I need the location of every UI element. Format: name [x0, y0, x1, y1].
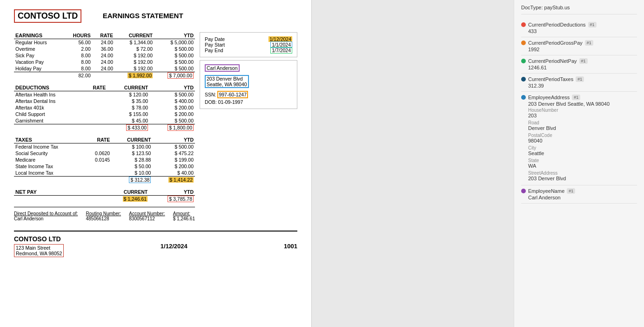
earnings-hours-header: HOURS	[63, 32, 92, 39]
right-sidebar: DocType: payStub.us CurrentPeriodDeducti…	[514, 0, 644, 327]
pay-end-row: Pay End 1/7/2024	[205, 48, 292, 53]
deductions-section-header: DEDUCTIONS	[14, 84, 82, 91]
deductions-ytd-total: $ 1,800.00	[168, 124, 194, 131]
employee-name-field-name: EmployeeName	[528, 188, 564, 194]
table-row: Vacation Pay 8.00 24.00 $ 192.00 $ 500.0…	[14, 59, 195, 65]
routing-label: Routing Number:	[86, 211, 121, 216]
net-pay-ytd-header: YTD	[149, 189, 195, 196]
footer-company-name: CONTOSO LTD	[14, 235, 64, 243]
taxes-ytd-header: YTD	[152, 136, 195, 143]
net-pay-row: $ 1,246.61 $ 3,785.78	[14, 196, 195, 203]
account-label: Account Number:	[129, 211, 165, 216]
table-row: Social Security 0.0620 $ 123.50 $ 475.22	[14, 150, 195, 157]
table-row: Federal Income Tax $ 100.00 $ 500.00	[14, 143, 195, 150]
field-current-period-taxes: CurrentPeriodTaxes #1 312.39	[521, 74, 637, 92]
taxes-table: TAXES RATE CURRENT YTD Federal Income Ta…	[14, 136, 195, 183]
employee-name-badge: #1	[567, 188, 575, 194]
sub-field-postal-code: PostalCode 98040	[528, 132, 637, 144]
taxes-current-total: $ 312.38	[129, 177, 151, 183]
earnings-ytd-total: $ 7,000.00	[168, 72, 194, 79]
document-panel: CONTOSO LTD EARNINGS STATEMENT EARNINGS …	[0, 0, 312, 327]
address-field-name: EmployeeAddress	[528, 95, 570, 100]
field-current-period-gross-pay: CurrentPeriodGrossPay #1 1992	[521, 37, 637, 55]
field-employee-address: EmployeeAddress #1 203 Denver Blvd Seatt…	[521, 92, 637, 185]
ssn-value: 997-60-1247	[217, 91, 248, 98]
employee-name-dot	[521, 189, 526, 193]
taxes-dot	[521, 77, 526, 82]
pay-end-value: 1/7/2024	[270, 47, 292, 54]
earnings-total-row: 82.00 $ 1,992.00 $ 7,000.00	[14, 72, 195, 79]
address-badge: #1	[572, 95, 580, 100]
footer-address: 123 Main StreetRedmond, WA 98052	[14, 244, 64, 257]
footer-section: CONTOSO LTD 123 Main StreetRedmond, WA 9…	[14, 231, 297, 257]
sub-field-city: City Seattle	[528, 144, 637, 157]
routing-number: 485066128	[86, 216, 121, 221]
sub-field-street-address: StreetAddress 203 Denver Blvd	[528, 170, 637, 182]
ssn-label: SSN:	[205, 92, 217, 97]
doctype-line: DocType: payStub.us	[521, 5, 637, 14]
address-field-value: 203 Denver Blvd Seattle, WA 98040	[528, 101, 637, 107]
table-row: Aftertax Health Ins $ 120.00 $ 500.00	[14, 91, 195, 98]
table-row: Sick Pay 8.00 24.00 $ 192.00 $ 500.00	[14, 52, 195, 59]
net-pay-table: NET PAY CURRENT YTD $ 1,246.61 $ 3,785.7…	[14, 189, 195, 202]
earnings-table: EARNINGS HOURS RATE CURRENT YTD Regular …	[14, 32, 195, 79]
company-name: CONTOSO LTD	[14, 9, 81, 23]
employee-info-box: Carl Anderson 203 Denver BlvdSeattle, WA…	[200, 60, 297, 109]
employee-address: 203 Denver BlvdSeattle, WA 98040	[205, 75, 249, 88]
deductions-dot	[521, 22, 526, 27]
net-pay-ytd: $ 3,785.78	[168, 196, 194, 202]
amount-value: $ 1,246.61	[173, 216, 195, 221]
address-dot	[521, 95, 526, 100]
taxes-current-header: CURRENT	[111, 136, 152, 143]
taxes-badge: #1	[576, 76, 584, 82]
deductions-field-name: CurrentPeriodDeductions	[528, 22, 586, 27]
taxes-ytd-total: $ 1,414.22	[168, 177, 194, 183]
direct-deposit-label: Direct Deposited to Account of:	[14, 211, 78, 216]
doctype-label: DocType:	[521, 5, 543, 10]
direct-deposit-name: Carl Anderson	[14, 216, 78, 221]
field-employee-name: EmployeeName #1 Carl Anderson	[521, 185, 637, 204]
employee-name: Carl Anderson	[205, 64, 292, 73]
table-row: Regular Hours 56.00 24.00 $ 1,344.00 $ 5…	[14, 39, 195, 46]
sub-field-house-number: HouseNumber 203	[528, 107, 637, 119]
gross-pay-dot	[521, 41, 526, 45]
net-pay-header: NET PAY	[14, 189, 105, 196]
footer-number: 1001	[284, 243, 297, 250]
dob-label: DOB: 01-09-1997	[205, 99, 243, 105]
deductions-current-header: CURRENT	[107, 84, 149, 91]
earnings-current-header: CURRENT	[114, 32, 154, 39]
gross-pay-field-name: CurrentPeriodGrossPay	[528, 40, 583, 46]
earnings-title: EARNINGS STATEMENT	[81, 12, 204, 20]
deductions-ytd-header: YTD	[149, 84, 195, 91]
earnings-section-header: EARNINGS	[14, 32, 63, 39]
taxes-field-value: 312.39	[528, 83, 637, 89]
table-row: Medicare 0.0145 $ 28.88 $ 199.00	[14, 157, 195, 163]
table-row: Overtime 2.00 36.00 $ 72.00 $ 500.00	[14, 46, 195, 52]
sub-field-road: Road Denver Blvd	[528, 119, 637, 132]
gross-pay-badge: #1	[585, 40, 593, 46]
field-current-period-deductions: CurrentPeriodDeductions #1 433	[521, 19, 637, 37]
amount-label: Amount:	[173, 211, 195, 216]
net-pay-badge: #1	[579, 58, 588, 64]
table-row: Local Income Tax $ 10.00 $ 40.00	[14, 170, 195, 177]
table-row: Aftertax 401k $ 78.00 $ 200.00	[14, 104, 195, 111]
taxes-total-row: $ 312.38 $ 1,414.22	[14, 177, 195, 184]
net-pay-dot	[521, 59, 526, 63]
net-pay-field-value: 1246.61	[528, 65, 637, 70]
deductions-current-total: $ 433.00	[126, 124, 148, 131]
table-row: Garnishment $ 45.00 $ 500.00	[14, 117, 195, 124]
deductions-rate-header: RATE	[82, 84, 107, 91]
taxes-field-name: CurrentPeriodTaxes	[528, 76, 573, 82]
earnings-ytd-header: YTD	[154, 32, 195, 39]
net-pay-current: $ 1,246.61	[123, 196, 148, 202]
net-pay-current-header: CURRENT	[105, 189, 149, 196]
table-row: Aftertax Dental Ins $ 35.00 $ 400.00	[14, 98, 195, 104]
deductions-badge: #1	[588, 22, 597, 27]
table-row: State Income Tax $ 50.00 $ 200.00	[14, 163, 195, 170]
deductions-total-row: $ 433.00 $ 1,800.00	[14, 124, 195, 131]
field-current-period-net-pay: CurrentPeriodNetPay #1 1246.61	[521, 55, 637, 74]
account-number: 8300567112	[129, 216, 165, 221]
taxes-section-header: TAXES	[14, 136, 84, 143]
gross-pay-field-value: 1992	[528, 47, 637, 52]
net-pay-field-name: CurrentPeriodNetPay	[528, 58, 577, 64]
